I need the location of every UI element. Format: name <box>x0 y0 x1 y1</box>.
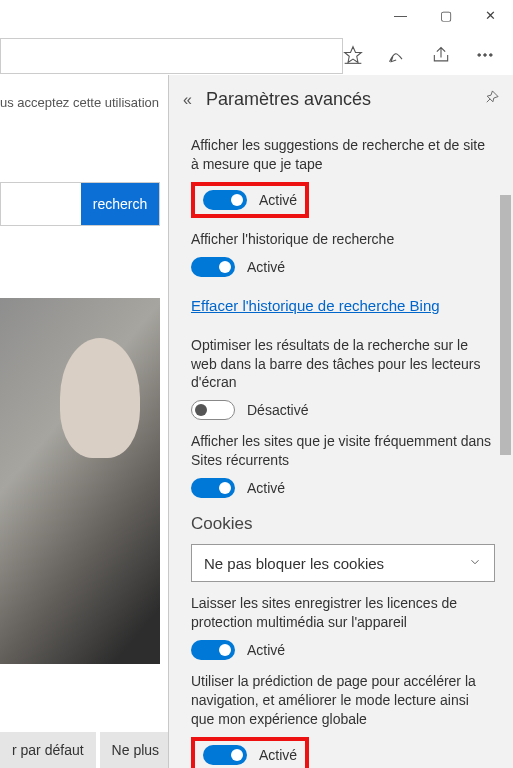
toggle-search-history[interactable] <box>191 257 235 277</box>
setting-search-history: Afficher l'historique de recherche Activ… <box>191 230 495 277</box>
highlight-box: Activé <box>191 182 309 218</box>
svg-point-1 <box>478 53 481 56</box>
toggle-state: Désactivé <box>247 402 308 418</box>
favorites-icon[interactable] <box>343 45 363 68</box>
page-background: us acceptez cette utilisation recherch <box>0 75 190 768</box>
flyout-body: Afficher les suggestions de recherche et… <box>169 122 513 768</box>
scrollbar-thumb[interactable] <box>500 195 511 455</box>
setting-label: Afficher les sites que je visite fréquem… <box>191 432 495 470</box>
minimize-button[interactable]: — <box>378 0 423 30</box>
search-input[interactable] <box>1 183 81 225</box>
maximize-button[interactable]: ▢ <box>423 0 468 30</box>
toggle-search-suggestions[interactable] <box>203 190 247 210</box>
highlight-box: Activé <box>191 737 309 768</box>
window-controls: — ▢ ✕ <box>378 0 513 30</box>
back-icon[interactable]: « <box>183 91 192 109</box>
setting-label: Afficher les suggestions de recherche et… <box>191 136 495 174</box>
flyout-title: Paramètres avancés <box>206 89 469 110</box>
article-image <box>0 298 160 664</box>
toggle-state: Activé <box>247 480 285 496</box>
close-button[interactable]: ✕ <box>468 0 513 30</box>
search-bar: recherch <box>0 182 160 226</box>
toggle-state: Activé <box>259 747 297 763</box>
setting-frequent-sites: Afficher les sites que je visite fréquem… <box>191 432 495 498</box>
bottom-buttons: r par défaut Ne plus <box>0 732 175 768</box>
clear-bing-history-link[interactable]: Effacer l'historique de recherche Bing <box>191 297 440 314</box>
toggle-media-licenses[interactable] <box>191 640 235 660</box>
chevron-down-icon <box>468 555 482 572</box>
notes-icon[interactable] <box>387 45 407 68</box>
setting-search-suggestions: Afficher les suggestions de recherche et… <box>191 136 495 218</box>
setting-label: Utiliser la prédiction de page pour accé… <box>191 672 495 729</box>
toggle-state: Activé <box>247 642 285 658</box>
setting-label: Optimiser les résultats de la recherche … <box>191 336 495 393</box>
svg-point-2 <box>484 53 487 56</box>
flyout-header: « Paramètres avancés <box>169 75 513 122</box>
cookie-banner-fragment: us acceptez cette utilisation <box>0 75 184 122</box>
no-more-button-fragment[interactable]: Ne plus <box>100 732 171 768</box>
pin-icon[interactable] <box>483 90 499 109</box>
setting-media-licenses: Laisser les sites enregistrer les licenc… <box>191 594 495 660</box>
setting-screen-reader: Optimiser les résultats de la recherche … <box>191 336 495 421</box>
toggle-frequent-sites[interactable] <box>191 478 235 498</box>
more-icon[interactable] <box>475 45 495 68</box>
toggle-state: Activé <box>247 259 285 275</box>
toggle-page-prediction[interactable] <box>203 745 247 765</box>
svg-point-3 <box>490 53 493 56</box>
toolbar-right <box>343 38 513 74</box>
setting-label: Afficher l'historique de recherche <box>191 230 495 249</box>
address-bar[interactable] <box>0 38 343 74</box>
setting-label: Laisser les sites enregistrer les licenc… <box>191 594 495 632</box>
cookies-select-value: Ne pas bloquer les cookies <box>204 555 384 572</box>
cookies-section-header: Cookies <box>191 514 495 534</box>
flyout-scrollbar[interactable] <box>498 75 513 768</box>
toggle-screen-reader[interactable] <box>191 400 235 420</box>
default-button-fragment[interactable]: r par défaut <box>0 732 96 768</box>
share-icon[interactable] <box>431 45 451 68</box>
search-button[interactable]: recherch <box>81 183 159 225</box>
toggle-state: Activé <box>259 192 297 208</box>
cookies-select[interactable]: Ne pas bloquer les cookies <box>191 544 495 582</box>
advanced-settings-flyout: « Paramètres avancés Afficher les sugges… <box>168 75 513 768</box>
setting-page-prediction: Utiliser la prédiction de page pour accé… <box>191 672 495 768</box>
